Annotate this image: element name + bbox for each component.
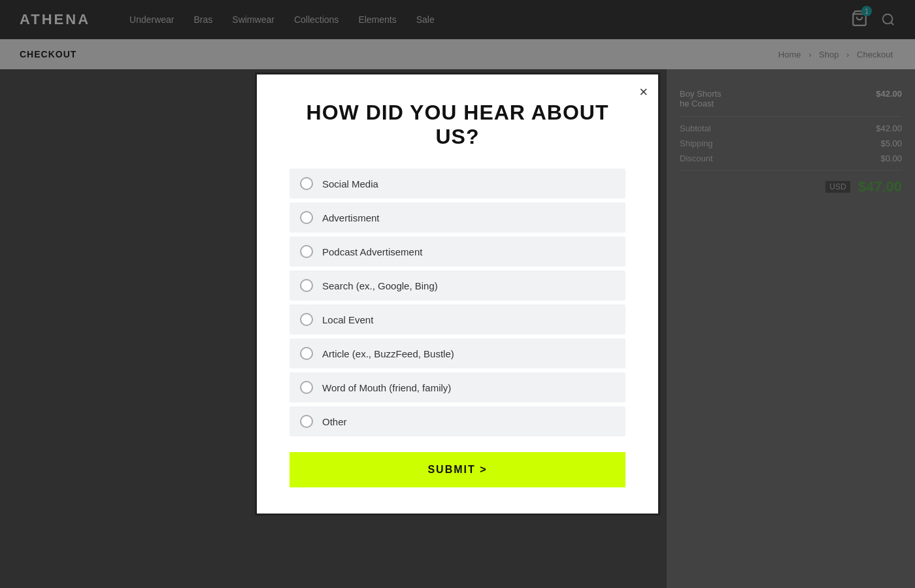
modal-title: HOW DID YOU HEAR ABOUT US? [290,101,625,149]
submit-button[interactable]: SUBMIT > [290,452,625,487]
option-label-3: Search (ex., Google, Bing) [322,280,438,291]
option-item[interactable]: Local Event [290,304,625,335]
option-label-4: Local Event [322,314,373,325]
option-item[interactable]: Podcast Advertisement [290,237,625,267]
option-item[interactable]: Advertisment [290,203,625,233]
option-label-1: Advertisment [322,212,380,223]
option-radio-0[interactable] [300,177,313,190]
option-item[interactable]: Social Media [290,169,625,199]
option-radio-1[interactable] [300,211,313,224]
option-label-0: Social Media [322,178,378,189]
option-radio-5[interactable] [300,347,313,360]
option-radio-3[interactable] [300,279,313,292]
option-item[interactable]: Article (ex., BuzzFeed, Bustle) [290,338,625,368]
option-label-6: Word of Mouth (friend, family) [322,382,451,393]
option-item[interactable]: Search (ex., Google, Bing) [290,270,625,301]
option-label-2: Podcast Advertisement [322,246,422,257]
option-radio-7[interactable] [300,415,313,428]
option-radio-6[interactable] [300,381,313,394]
survey-modal: × HOW DID YOU HEAR ABOUT US? Social Medi… [255,73,660,515]
options-list: Social Media Advertisment Podcast Advert… [290,169,625,436]
option-label-7: Other [322,416,347,427]
option-item[interactable]: Word of Mouth (friend, family) [290,372,625,402]
option-radio-4[interactable] [300,313,313,326]
option-radio-2[interactable] [300,245,313,258]
option-item[interactable]: Other [290,406,625,436]
option-label-5: Article (ex., BuzzFeed, Bustle) [322,348,454,359]
close-button[interactable]: × [639,84,648,101]
